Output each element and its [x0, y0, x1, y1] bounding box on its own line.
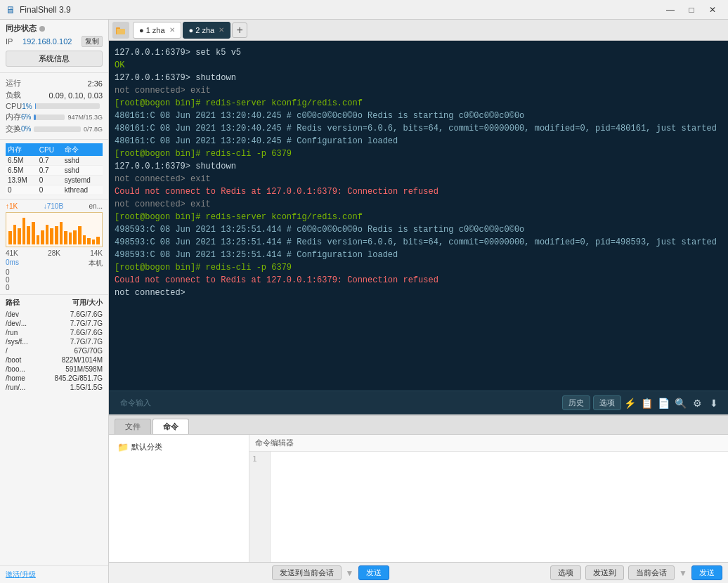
command-bar: 命令输入 历史 选项 ⚡ 📋 📄 🔍 ⚙ ⬇: [109, 391, 728, 414]
disk-row: /boo...591M/598M: [6, 365, 103, 374]
disk-path: /run/...: [6, 384, 54, 391]
terminal-line: [root@bogon bin]# redis-cli -p 6379: [115, 261, 722, 274]
net-up: ↑1K: [6, 202, 18, 210]
copy-ip-button[interactable]: 复制: [82, 36, 103, 47]
send-button-2[interactable]: 发送: [691, 565, 722, 580]
terminal-line: [root@bogon bin]# redis-server kconfig/r…: [115, 97, 722, 110]
disk-avail: 7.6G/7.6G: [54, 329, 103, 336]
tab-2-close[interactable]: ✕: [219, 26, 224, 34]
editor-textarea[interactable]: [271, 452, 728, 562]
latency-label: 0ms: [6, 258, 19, 268]
disk-path: /: [6, 347, 54, 355]
net-values-2: 28K: [48, 249, 60, 257]
disk-avail: 7.6G/7.6G: [54, 310, 103, 318]
disk-row: /run7.6G/7.6G: [6, 328, 103, 337]
proc-mem: 6.5M: [6, 166, 37, 176]
disk-avail: 1.5G/1.5G: [54, 384, 103, 391]
current-session-dropdown-arrow[interactable]: ▼: [679, 568, 687, 578]
app-title: FinalShell 3.9: [20, 5, 71, 15]
machine-label: 本机: [89, 258, 103, 268]
terminal-line: 480161:C 08 Jun 2021 13:20:40.245 # Conf…: [115, 135, 722, 148]
latency-val-1: 0: [6, 268, 10, 276]
file-tree-panel: 📁 默认分类: [109, 435, 249, 562]
command-editor-panel: 命令编辑器 1: [249, 435, 728, 562]
minimize-button[interactable]: —: [661, 2, 680, 18]
copy-icon[interactable]: 📋: [638, 395, 655, 412]
paste-icon[interactable]: 📄: [655, 395, 672, 412]
disk-row: /home845.2G/851.7G: [6, 374, 103, 383]
folder-icon: 📁: [117, 442, 129, 452]
disk-row: /sys/f...7.7G/7.7G: [6, 337, 103, 346]
disk-row: /dev/...7.7G/7.7G: [6, 319, 103, 328]
gear-icon[interactable]: ⚙: [689, 395, 706, 412]
terminal-line: 480161:C 08 Jun 2021 13:20:40.245 # c0©0…: [115, 110, 722, 122]
terminal-line: Could not connect to Redis at 127.0.0.1:…: [115, 185, 722, 198]
search-icon[interactable]: 🔍: [672, 395, 689, 412]
disk-avail: 7.7G/7.7G: [54, 338, 103, 346]
terminal-line: 127.0.0.1:6379> shutdown: [115, 72, 722, 84]
lightning-icon[interactable]: ⚡: [621, 395, 638, 412]
line-numbers: 1: [249, 452, 271, 562]
sysinfo-button[interactable]: 系统信息: [6, 51, 103, 67]
download-icon[interactable]: ⬇: [706, 395, 722, 412]
net-values-1: 41K: [6, 249, 18, 257]
disk-avail-header: 可用/大小: [72, 298, 103, 308]
disk-avail: 591M/598M: [54, 365, 103, 373]
send-to-button[interactable]: 发送到: [585, 565, 624, 580]
terminal-line: not connected>: [115, 287, 722, 299]
current-session-button[interactable]: 当前会话: [628, 565, 675, 580]
terminal-line: 498593:C 08 Jun 2021 13:25:51.414 # c0©0…: [115, 223, 722, 236]
tab-1-label: ● 1 zha: [139, 26, 165, 34]
folder-nav-icon[interactable]: [112, 22, 129, 39]
tab-bar: ● 1 zha ✕ ● 2 zha ✕ +: [109, 20, 728, 41]
table-row: 6.5M0.7sshd: [6, 166, 103, 176]
bottom-panel: 文件 命令 📁 默认分类 命令编辑器 1: [109, 414, 728, 583]
network-chart: [6, 212, 103, 247]
disk-path: /dev: [6, 310, 54, 318]
load-label: 负载: [6, 90, 21, 100]
file-tab[interactable]: 文件: [115, 419, 151, 434]
proc-cmd-header[interactable]: 命令: [63, 143, 103, 156]
close-button[interactable]: ✕: [703, 2, 722, 18]
proc-mem-header[interactable]: 内存: [6, 143, 37, 156]
tab-1-zha[interactable]: ● 1 zha ✕: [133, 22, 181, 39]
cpu-progress-bar: [35, 103, 100, 109]
tab-1-close[interactable]: ✕: [169, 26, 175, 34]
terminal-line: Could not connect to Redis at 127.0.0.1:…: [115, 274, 722, 287]
titlebar: 🖥 FinalShell 3.9 — □ ✕: [0, 0, 728, 20]
send-to-dropdown-arrow[interactable]: ▼: [346, 568, 354, 578]
mem-detail: 947M/15.3G: [67, 114, 103, 121]
load-value: 0.09, 0.10, 0.03: [49, 91, 103, 100]
disk-path: /sys/f...: [6, 338, 54, 346]
tab-2-zha[interactable]: ● 2 zha ✕: [183, 22, 231, 39]
folder-label: 默认分类: [131, 442, 162, 452]
disk-path: /boo...: [6, 365, 54, 373]
swap-label: 交换: [6, 124, 21, 134]
table-row: 00kthread: [6, 185, 103, 195]
cpu-label: CPU: [6, 102, 22, 110]
disk-avail: 7.7G/7.7G: [54, 320, 103, 327]
command-tab[interactable]: 命令: [152, 419, 189, 434]
proc-cmd: systemd: [63, 176, 103, 185]
table-row: 6.5M0.7sshd: [6, 156, 103, 166]
maximize-button[interactable]: □: [682, 2, 701, 18]
bottom-toolbar: 发送到当前会话 ▼ 发送 选项 发送到 当前会话 ▼ 发送: [109, 562, 728, 583]
add-tab-button[interactable]: +: [232, 22, 247, 38]
activate-link[interactable]: 激活/升级: [0, 565, 108, 583]
proc-mem: 6.5M: [6, 156, 37, 166]
runtime-label: 运行: [6, 78, 21, 89]
send-to-session-button[interactable]: 发送到当前会话: [272, 565, 342, 580]
options-button[interactable]: 选项: [593, 395, 621, 410]
swap-percent: 0%: [21, 125, 31, 133]
proc-cpu: 0.7: [37, 156, 63, 166]
options-btn-bottom[interactable]: 选项: [550, 565, 581, 580]
history-button[interactable]: 历史: [562, 395, 590, 410]
ip-label: IP: [6, 37, 13, 46]
sync-status-dot: [39, 26, 45, 32]
proc-cpu-header[interactable]: CPU: [37, 143, 63, 156]
disk-row: /run/...1.5G/1.5G: [6, 383, 103, 392]
send-button[interactable]: 发送: [358, 565, 389, 580]
default-folder[interactable]: 📁 默认分类: [115, 440, 243, 454]
proc-cpu: 0: [37, 176, 63, 185]
bottom-tab-bar: 文件 命令: [109, 416, 728, 434]
